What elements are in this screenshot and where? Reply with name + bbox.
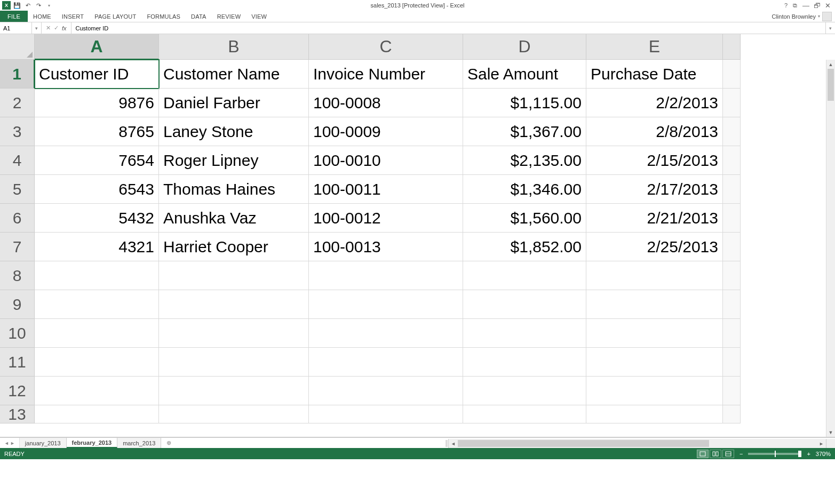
cell-13-E[interactable]	[586, 405, 723, 423]
zoom-slider[interactable]	[748, 453, 801, 455]
redo-icon[interactable]: ↷	[34, 1, 43, 10]
cell-13-next[interactable]	[723, 405, 741, 423]
cell-10-next[interactable]	[723, 319, 741, 348]
row-header-10[interactable]: 10	[0, 319, 35, 348]
cell-11-C[interactable]	[309, 348, 463, 377]
enter-formula-icon[interactable]: ✓	[54, 25, 59, 31]
cell-3-C[interactable]: 100-0009	[309, 117, 463, 146]
cell-2-E[interactable]: 2/2/2013	[586, 89, 723, 117]
view-normal-icon[interactable]	[697, 450, 709, 458]
cell-11-D[interactable]	[463, 348, 586, 377]
zoom-in-icon[interactable]: +	[807, 451, 810, 457]
row-header-4[interactable]: 4	[0, 146, 35, 175]
hscroll-split[interactable]	[446, 440, 448, 447]
cell-8-next[interactable]	[723, 261, 741, 290]
tab-review[interactable]: REVIEW	[212, 11, 246, 22]
column-header-C[interactable]: C	[309, 34, 463, 60]
cell-10-D[interactable]	[463, 319, 586, 348]
expand-formula-bar-icon[interactable]: ▾	[825, 22, 835, 34]
cell-12-A[interactable]	[35, 377, 159, 405]
save-icon[interactable]: 💾	[13, 1, 21, 10]
cell-6-next[interactable]	[723, 204, 741, 233]
cell-5-B[interactable]: Thomas Haines	[159, 175, 309, 204]
cell-9-B[interactable]	[159, 290, 309, 319]
cell-2-A[interactable]: 9876	[35, 89, 159, 117]
cell-6-E[interactable]: 2/21/2013	[586, 204, 723, 233]
add-sheet-icon[interactable]: ⊕	[161, 438, 176, 448]
cell-8-D[interactable]	[463, 261, 586, 290]
row-header-5[interactable]: 5	[0, 175, 35, 204]
cell-2-B[interactable]: Daniel Farber	[159, 89, 309, 117]
cell-2-next[interactable]	[723, 89, 741, 117]
cell-10-E[interactable]	[586, 319, 723, 348]
column-header-A[interactable]: A	[35, 34, 159, 60]
cell-7-E[interactable]: 2/25/2013	[586, 233, 723, 261]
avatar[interactable]	[822, 12, 832, 21]
cell-7-A[interactable]: 4321	[35, 233, 159, 261]
help-icon[interactable]: ?	[784, 2, 788, 9]
ribbon-display-icon[interactable]: ⧉	[793, 2, 797, 9]
cell-1-B[interactable]: Customer Name	[159, 60, 309, 89]
cell-6-B[interactable]: Anushka Vaz	[159, 204, 309, 233]
cell-13-C[interactable]	[309, 405, 463, 423]
tab-file[interactable]: FILE	[0, 11, 28, 22]
cell-5-next[interactable]	[723, 175, 741, 204]
cell-12-E[interactable]	[586, 377, 723, 405]
cell-4-B[interactable]: Roger Lipney	[159, 146, 309, 175]
tab-page-layout[interactable]: PAGE LAYOUT	[89, 11, 141, 22]
scroll-thumb[interactable]	[828, 69, 834, 101]
formula-input[interactable]: Customer ID	[71, 22, 825, 34]
column-header-B[interactable]: B	[159, 34, 309, 60]
cell-8-B[interactable]	[159, 261, 309, 290]
scroll-left-icon[interactable]: ◄	[449, 441, 458, 446]
tab-insert[interactable]: INSERT	[57, 11, 89, 22]
maximize-icon[interactable]: 🗗	[814, 2, 821, 10]
cell-10-B[interactable]	[159, 319, 309, 348]
cell-12-D[interactable]	[463, 377, 586, 405]
view-page-break-icon[interactable]	[722, 450, 734, 458]
cell-3-next[interactable]	[723, 117, 741, 146]
cell-13-B[interactable]	[159, 405, 309, 423]
scroll-right-icon[interactable]: ►	[817, 441, 826, 446]
view-page-layout-icon[interactable]	[710, 450, 721, 458]
sheet-tab-january[interactable]: january_2013	[20, 438, 67, 448]
row-header-11[interactable]: 11	[0, 348, 35, 377]
select-all-corner[interactable]	[0, 34, 35, 60]
zoom-out-icon[interactable]: −	[739, 451, 743, 457]
cell-8-C[interactable]	[309, 261, 463, 290]
cell-8-E[interactable]	[586, 261, 723, 290]
insert-function-icon[interactable]: fx	[62, 25, 67, 31]
zoom-level[interactable]: 370%	[816, 451, 831, 457]
row-header-13[interactable]: 13	[0, 405, 35, 423]
row-header-6[interactable]: 6	[0, 204, 35, 233]
cell-13-A[interactable]	[35, 405, 159, 423]
horizontal-scrollbar[interactable]: ◄ ►	[448, 439, 826, 448]
row-header-3[interactable]: 3	[0, 117, 35, 146]
row-header-2[interactable]: 2	[0, 89, 35, 117]
row-header-7[interactable]: 7	[0, 233, 35, 261]
cell-1-C[interactable]: Invoice Number	[309, 60, 463, 89]
cell-11-next[interactable]	[723, 348, 741, 377]
cell-1-next[interactable]	[723, 60, 741, 89]
tab-data[interactable]: DATA	[186, 11, 212, 22]
cell-4-next[interactable]	[723, 146, 741, 175]
cell-10-A[interactable]	[35, 319, 159, 348]
cancel-formula-icon[interactable]: ✕	[46, 25, 51, 31]
cell-4-A[interactable]: 7654	[35, 146, 159, 175]
cell-3-B[interactable]: Laney Stone	[159, 117, 309, 146]
cell-5-D[interactable]: $1,346.00	[463, 175, 586, 204]
sheet-nav[interactable]: ◄►	[0, 438, 20, 448]
close-icon[interactable]: ✕	[825, 2, 831, 10]
cell-2-C[interactable]: 100-0008	[309, 89, 463, 117]
cell-5-C[interactable]: 100-0011	[309, 175, 463, 204]
cell-11-E[interactable]	[586, 348, 723, 377]
cell-1-E[interactable]: Purchase Date	[586, 60, 723, 89]
worksheet-grid[interactable]: ABCDE1Customer IDCustomer NameInvoice Nu…	[0, 34, 835, 437]
sheet-tab-february[interactable]: february_2013	[67, 438, 118, 448]
cell-4-D[interactable]: $2,135.00	[463, 146, 586, 175]
qat-customize-icon[interactable]: ▾	[45, 1, 53, 10]
cell-9-D[interactable]	[463, 290, 586, 319]
cell-10-C[interactable]	[309, 319, 463, 348]
cell-13-D[interactable]	[463, 405, 586, 423]
column-header-D[interactable]: D	[463, 34, 586, 60]
